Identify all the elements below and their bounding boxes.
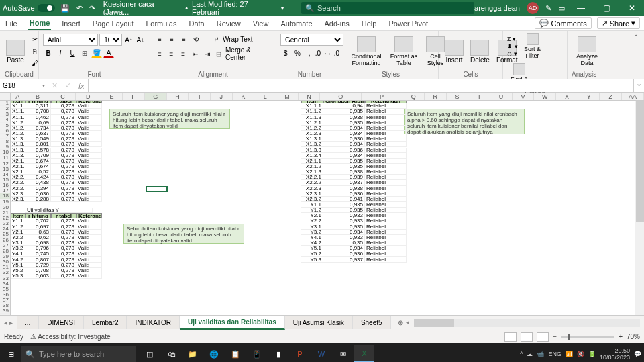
number-format-select[interactable]: General: [280, 34, 343, 46]
cell[interactable]: 0,938: [323, 169, 365, 175]
edge-icon[interactable]: 🌐: [204, 345, 224, 362]
analyze-data-button[interactable]: Analyze Data: [572, 36, 602, 67]
cell[interactable]: Valid: [76, 251, 102, 257]
decrease-font-icon[interactable]: A↓: [136, 34, 146, 45]
cell[interactable]: 0,938: [323, 186, 365, 191]
cell[interactable]: Y2.1: [301, 213, 323, 218]
cell[interactable]: 0,278: [51, 240, 76, 246]
cell[interactable]: X2.1.2: [301, 164, 323, 169]
cell[interactable]: Valid: [76, 164, 102, 169]
cell[interactable]: 0,288: [25, 197, 51, 202]
cell[interactable]: 0,935: [323, 208, 365, 213]
cell[interactable]: X2.2.2: [301, 180, 323, 185]
cell[interactable]: Y1.1: [11, 218, 25, 224]
tab-page-layout[interactable]: Page Layout: [91, 17, 136, 30]
cell[interactable]: X1.1.3: [301, 115, 323, 120]
tab-addins[interactable]: Add-ins: [323, 17, 351, 30]
cell[interactable]: Valid: [76, 153, 102, 159]
cell[interactable]: 0,278: [51, 273, 76, 279]
user-name[interactable]: arengga dean: [474, 4, 520, 12]
cell[interactable]: Valid: [76, 169, 102, 175]
indent-left-icon[interactable]: ⇤: [190, 48, 201, 59]
cell[interactable]: 0,603: [25, 273, 51, 279]
cell[interactable]: 0,936: [323, 251, 365, 257]
tab-data[interactable]: Data: [187, 17, 205, 30]
sort-filter-button[interactable]: Sort & Filter: [521, 32, 545, 60]
col-header-P[interactable]: P: [362, 93, 402, 100]
cell[interactable]: Valid: [76, 273, 102, 279]
tab-formulas[interactable]: Formulas: [145, 17, 178, 30]
sheet-tab-dimensi[interactable]: DIMENSI: [39, 316, 84, 329]
col-header-M[interactable]: M: [276, 93, 299, 100]
cell[interactable]: X1.2.3: [11, 131, 25, 136]
cell[interactable]: 0,35: [323, 240, 365, 246]
align-left-icon[interactable]: ≡: [154, 48, 165, 59]
cell[interactable]: 0,278: [51, 246, 76, 251]
cell[interactable]: Reliabel: [365, 197, 407, 202]
zoom-level[interactable]: 70%: [627, 333, 640, 341]
search-box[interactable]: 🔍 Search: [301, 2, 474, 14]
cell[interactable]: 0,934: [323, 230, 365, 235]
enter-fx-icon[interactable]: ✓: [65, 81, 71, 90]
cell[interactable]: Reliabel: [365, 251, 407, 257]
formula-bar[interactable]: [89, 79, 633, 92]
cancel-fx-icon[interactable]: ✕: [52, 81, 58, 90]
cell[interactable]: Reliabel: [365, 175, 407, 180]
tab-home[interactable]: Home: [28, 17, 52, 30]
col-header-G[interactable]: G: [145, 93, 167, 100]
cell[interactable]: 0,278: [51, 120, 76, 126]
cell[interactable]: Valid: [76, 103, 102, 109]
cell[interactable]: Valid: [76, 235, 102, 240]
start-button[interactable]: ⊞: [0, 350, 21, 359]
cell[interactable]: 0,278: [51, 164, 76, 169]
cell[interactable]: Reliabel: [365, 240, 407, 246]
cell[interactable]: 0,311: [25, 103, 51, 109]
sheet-tab-lembar2[interactable]: Lembar2: [84, 316, 127, 329]
cell[interactable]: 0,278: [51, 169, 76, 175]
wrap-text-button[interactable]: ⤶: [211, 34, 221, 44]
cell[interactable]: 0,278: [51, 109, 76, 114]
cell[interactable]: 0,934: [323, 142, 365, 147]
tab-review[interactable]: Review: [215, 17, 242, 30]
cell[interactable]: X2.3.2: [301, 197, 323, 202]
cell[interactable]: Y3.1: [301, 224, 323, 230]
cell[interactable]: Valid: [76, 246, 102, 251]
cell[interactable]: Uji validitas Y: [25, 208, 93, 213]
cell[interactable]: 0,278: [51, 224, 76, 230]
col-header-N[interactable]: N: [299, 93, 321, 100]
cell[interactable]: Y1.2: [11, 224, 25, 230]
cell[interactable]: 0,934: [323, 126, 365, 131]
sheet-tab-sheet5[interactable]: Sheet5: [353, 316, 391, 329]
cell[interactable]: 0,674: [25, 164, 51, 169]
cell[interactable]: 0,278: [51, 180, 76, 185]
sheet-nav[interactable]: ◂▸: [0, 319, 17, 326]
fill-icon[interactable]: ⬇ ▾: [507, 43, 518, 50]
cell[interactable]: 0,278: [51, 268, 76, 273]
cell[interactable]: 0,934: [323, 153, 365, 159]
cell[interactable]: X1.3.4: [301, 153, 323, 159]
ribbon-mode-icon[interactable]: ✎: [545, 4, 551, 13]
cell[interactable]: Valid: [76, 136, 102, 142]
cell[interactable]: Reliabel: [365, 218, 407, 224]
cell[interactable]: 0,708: [25, 109, 51, 114]
orientation-icon[interactable]: ⟲: [191, 34, 201, 44]
cell[interactable]: X1.2.2: [301, 126, 323, 131]
cell[interactable]: X1.3.4: [11, 153, 25, 159]
cell[interactable]: Reliabel: [365, 115, 407, 120]
cell[interactable]: 0,278: [51, 159, 76, 164]
share-button[interactable]: ↗ Share ▾: [597, 17, 640, 29]
tab-insert[interactable]: Insert: [60, 17, 82, 30]
italic-icon[interactable]: I: [55, 48, 66, 58]
cell[interactable]: Y4.1: [11, 251, 25, 257]
cell[interactable]: 0,934: [323, 246, 365, 251]
maximize-button[interactable]: ▢: [597, 3, 616, 13]
align-right-icon[interactable]: ≡: [178, 48, 189, 59]
cell[interactable]: X2.3.1: [301, 191, 323, 197]
merge-icon[interactable]: ⊟: [213, 48, 224, 59]
cell[interactable]: Reliabel: [365, 169, 407, 175]
cell[interactable]: X1.2.3: [301, 131, 323, 136]
save-icon[interactable]: 💾: [60, 4, 70, 13]
col-header-I[interactable]: I: [189, 93, 211, 100]
cell[interactable]: Valid: [76, 120, 102, 126]
cell[interactable]: Y5.3: [11, 273, 25, 279]
